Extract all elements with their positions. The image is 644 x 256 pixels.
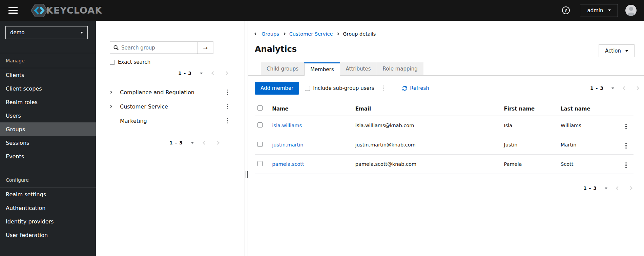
kebab-menu-icon[interactable] [623,142,629,150]
arrow-right-icon: → [203,44,208,51]
previous-page-button[interactable] [202,140,207,145]
members-pagination-bottom: 1 - 3 [248,185,633,191]
chevron-down-icon [80,32,83,34]
previous-page-button[interactable] [211,71,216,76]
member-name-link[interactable]: justin.martin [272,142,303,147]
group-link[interactable]: Marketing [120,118,225,124]
select-all-checkbox[interactable] [257,105,263,111]
tab-attributes[interactable]: Attributes [340,62,377,75]
sidebar-item-identity-providers[interactable]: Identity providers [0,215,96,228]
divider [394,84,394,93]
member-last-name: Martin [558,135,620,155]
previous-page-button[interactable] [615,185,621,191]
row-checkbox[interactable] [257,122,263,127]
breadcrumb-back-icon[interactable] [254,32,257,36]
keycloak-hexagon-icon [30,3,48,18]
keycloak-logo: KEYCLOAK [30,3,102,18]
kebab-menu-icon[interactable] [225,102,231,111]
sidebar: demo Manage Clients Client scopes Realm … [0,21,96,256]
tabs: Child groups Members Attributes Role map… [248,62,644,76]
sidebar-item-sessions[interactable]: Sessions [0,136,96,150]
pagination-range: 1 - 3 [583,185,597,191]
member-email: isla.williams@knab.com [353,116,501,135]
pagination-options-toggle[interactable] [611,87,615,90]
members-pagination-top: 1 - 3 [590,85,640,91]
member-last-name: Scott [558,155,620,174]
user-menu-dropdown[interactable]: admin [580,4,618,17]
help-icon[interactable]: ? [562,6,570,14]
add-member-button[interactable]: Add member [255,82,299,95]
next-page-button[interactable] [224,71,229,76]
refresh-icon [402,86,407,91]
sidebar-item-clients[interactable]: Clients [0,68,96,82]
breadcrumb-link-customer-service[interactable]: Customer Service [289,31,333,37]
sidebar-item-groups[interactable]: Groups [0,122,96,136]
tree-pagination-top: 1 - 3 [96,71,229,76]
user-menu-label: admin [587,7,603,14]
include-subgroup-users-label: Include sub-group users [313,85,374,91]
action-dropdown-label: Action [605,48,621,54]
manage-section-label: Manage [0,53,96,68]
pagination-options-toggle[interactable] [604,187,608,190]
member-first-name: Justin [501,135,558,155]
pagination-range: 1 - 3 [169,140,183,145]
tab-role-mapping[interactable]: Role mapping [377,62,423,75]
avatar[interactable] [625,5,637,16]
search-submit-button[interactable]: → [197,42,213,54]
kebab-menu-icon[interactable] [225,117,231,125]
members-toolbar: Add member Include sub-group users Refre… [255,79,640,98]
next-page-button[interactable] [628,185,633,191]
group-link[interactable]: Compliance and Regulation [120,89,225,96]
tree-pagination-bottom: 1 - 3 [96,140,220,145]
sidebar-item-realm-settings[interactable]: Realm settings [0,188,96,201]
sidebar-item-client-scopes[interactable]: Client scopes [0,82,96,95]
expand-chevron-icon[interactable] [110,91,120,93]
column-header-email: Email [353,102,501,116]
group-details-main: Groups Customer Service Group details An… [248,21,644,256]
sidebar-item-users[interactable]: Users [0,109,96,122]
previous-page-button[interactable] [622,85,627,91]
sidebar-item-realm-roles[interactable]: Realm roles [0,95,96,109]
sidebar-item-authentication[interactable]: Authentication [0,201,96,215]
realm-select-value: demo [10,29,25,36]
row-checkbox[interactable] [257,161,263,166]
chevron-right-icon [283,33,285,35]
pagination-range: 1 - 3 [178,71,192,76]
table-row: pamela.scott pamela.scott@knab.com Pamel… [255,155,633,174]
kebab-menu-icon[interactable] [623,122,629,131]
table-header-row: Name Email First name Last name [255,102,633,116]
expand-chevron-icon[interactable] [110,105,120,107]
divider [104,82,245,82]
next-page-button[interactable] [635,85,640,91]
sidebar-item-user-federation[interactable]: User federation [0,228,96,242]
hamburger-menu-icon[interactable] [8,7,18,14]
realm-select[interactable]: demo [5,26,88,39]
pagination-options-toggle[interactable] [190,141,194,144]
member-name-link[interactable]: isla.williams [272,123,302,128]
kebab-menu-icon[interactable] [380,84,387,93]
group-search-input[interactable] [121,45,194,51]
top-bar: KEYCLOAK ? admin [0,0,644,21]
sidebar-item-events[interactable]: Events [0,150,96,163]
pagination-options-toggle[interactable] [199,72,203,75]
refresh-button[interactable]: Refresh [402,85,429,91]
tab-members[interactable]: Members [304,62,340,76]
row-checkbox[interactable] [257,142,263,147]
exact-search-checkbox[interactable] [110,60,115,65]
member-name-link[interactable]: pamela.scott [272,161,304,167]
panel-resize-handle[interactable] [245,21,248,256]
kebab-menu-icon[interactable] [623,161,629,170]
table-row: isla.williams isla.williams@knab.com Isl… [255,116,633,135]
drag-grip-icon [246,171,248,178]
groups-tree-panel: → Exact search 1 - 3 Compliance and Regu… [96,21,245,256]
column-header-first-name: First name [501,102,558,116]
include-subgroup-users-checkbox[interactable] [305,86,310,91]
tab-child-groups[interactable]: Child groups [261,62,304,75]
action-dropdown[interactable]: Action [599,44,635,57]
chevron-down-icon [625,50,628,52]
breadcrumb-link-groups[interactable]: Groups [262,31,279,37]
group-link[interactable]: Customer Service [120,103,225,110]
next-page-button[interactable] [215,140,220,145]
member-email: pamela.scott@knab.com [353,155,501,174]
kebab-menu-icon[interactable] [225,88,231,97]
